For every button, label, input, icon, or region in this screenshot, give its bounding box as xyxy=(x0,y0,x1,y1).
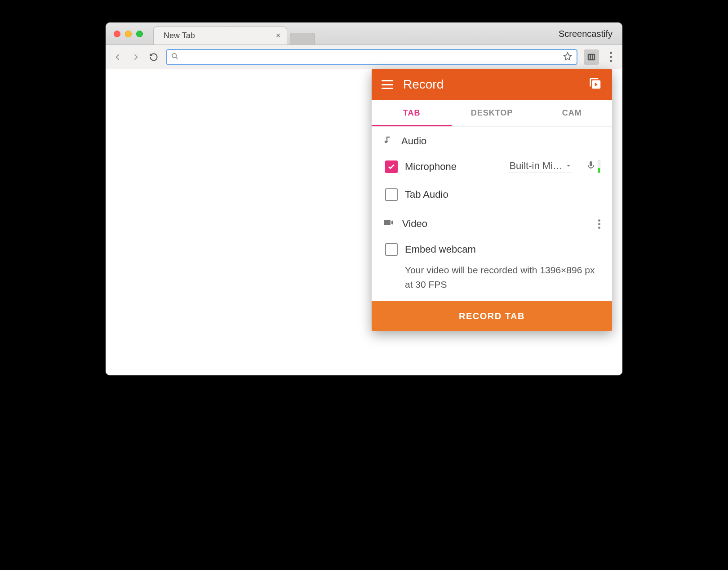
new-tab-button[interactable] xyxy=(290,33,315,45)
back-button[interactable] xyxy=(112,51,124,63)
screencastify-extension-button[interactable] xyxy=(584,49,599,65)
recordings-library-button[interactable] xyxy=(589,77,602,92)
microphone-icon xyxy=(586,160,596,173)
microphone-level-indicator xyxy=(586,160,600,173)
browser-menu-button[interactable] xyxy=(605,52,616,62)
audio-section-header: Audio xyxy=(383,135,600,147)
svg-point-0 xyxy=(172,53,176,58)
minimize-window-button[interactable] xyxy=(125,31,132,37)
svg-rect-2 xyxy=(589,55,590,59)
audio-section-label: Audio xyxy=(401,135,426,147)
chevron-down-icon xyxy=(565,160,572,172)
address-input[interactable] xyxy=(182,53,559,61)
embed-webcam-checkbox[interactable] xyxy=(385,243,398,256)
bookmark-button[interactable] xyxy=(563,52,572,62)
record-tab-button[interactable]: RECORD TAB xyxy=(372,301,612,331)
audio-section: Audio Microphone Built-in Mi… xyxy=(372,127,612,214)
tab-source-tab[interactable]: TAB xyxy=(372,100,452,126)
video-info-text: Your video will be recorded with 1396×89… xyxy=(383,260,600,298)
video-section: Video Embed webcam Your video will be re… xyxy=(372,214,612,301)
reload-button[interactable] xyxy=(148,51,160,63)
svg-rect-3 xyxy=(591,55,592,59)
video-options-button[interactable] xyxy=(598,219,600,229)
microphone-device-select[interactable]: Built-in Mi… xyxy=(509,160,572,173)
source-tabs: TAB DESKTOP CAM xyxy=(372,100,612,127)
extension-name-label: Screencastify xyxy=(559,29,613,39)
music-note-icon xyxy=(383,135,393,147)
microphone-level-bar xyxy=(598,160,600,173)
popup-header: Record xyxy=(372,69,612,100)
embed-webcam-label: Embed webcam xyxy=(405,244,476,255)
address-bar[interactable] xyxy=(166,49,577,65)
embed-webcam-row: Embed webcam xyxy=(383,239,600,260)
forward-button[interactable] xyxy=(130,51,142,63)
microphone-label: Microphone xyxy=(405,161,457,173)
close-window-button[interactable] xyxy=(114,31,120,37)
popup-title: Record xyxy=(403,77,579,92)
browser-window: New Tab × Screencastify xyxy=(106,22,622,375)
tab-source-desktop[interactable]: DESKTOP xyxy=(452,100,532,126)
window-controls xyxy=(114,31,143,37)
tab-title: New Tab xyxy=(164,31,195,40)
microphone-device-value: Built-in Mi… xyxy=(509,160,563,172)
menu-icon[interactable] xyxy=(382,80,393,89)
browser-tab[interactable]: New Tab × xyxy=(153,27,287,45)
microphone-checkbox[interactable] xyxy=(385,160,398,173)
video-section-header: Video xyxy=(383,217,600,231)
video-camera-icon xyxy=(383,217,394,231)
tab-audio-row: Tab Audio xyxy=(383,178,600,210)
toolbar xyxy=(106,45,622,69)
tab-audio-checkbox[interactable] xyxy=(385,188,398,201)
titlebar: New Tab × Screencastify xyxy=(106,22,622,45)
page-content: Record TAB DESKTOP CAM xyxy=(106,69,622,375)
maximize-window-button[interactable] xyxy=(136,31,143,37)
svg-rect-4 xyxy=(593,55,594,59)
video-section-label: Video xyxy=(402,218,427,230)
close-tab-button[interactable]: × xyxy=(276,31,281,40)
tab-source-cam[interactable]: CAM xyxy=(532,100,612,126)
microphone-row: Microphone Built-in Mi… xyxy=(383,156,600,178)
search-icon xyxy=(171,53,178,62)
tab-audio-label: Tab Audio xyxy=(405,189,448,200)
screencastify-popup: Record TAB DESKTOP CAM xyxy=(372,69,612,331)
